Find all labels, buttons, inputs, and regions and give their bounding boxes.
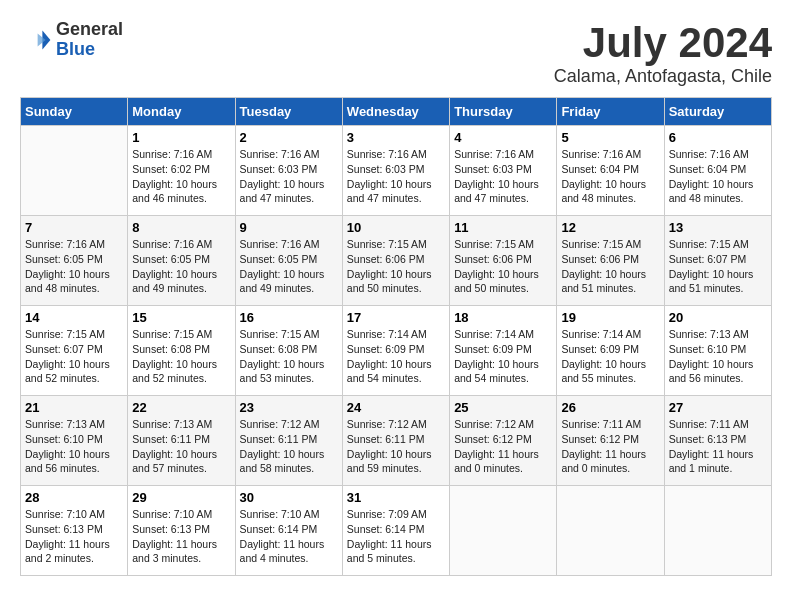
day-info: Sunrise: 7:10 AM Sunset: 6:14 PM Dayligh… [240,507,338,566]
day-number: 29 [132,490,230,505]
header-cell-tuesday: Tuesday [235,98,342,126]
day-cell: 26Sunrise: 7:11 AM Sunset: 6:12 PM Dayli… [557,396,664,486]
day-cell: 13Sunrise: 7:15 AM Sunset: 6:07 PM Dayli… [664,216,771,306]
title-block: July 2024 Calama, Antofagasta, Chile [554,20,772,87]
day-cell: 30Sunrise: 7:10 AM Sunset: 6:14 PM Dayli… [235,486,342,576]
location-title: Calama, Antofagasta, Chile [554,66,772,87]
day-number: 4 [454,130,552,145]
day-number: 13 [669,220,767,235]
day-cell [664,486,771,576]
day-cell: 23Sunrise: 7:12 AM Sunset: 6:11 PM Dayli… [235,396,342,486]
day-info: Sunrise: 7:15 AM Sunset: 6:08 PM Dayligh… [240,327,338,386]
day-cell: 16Sunrise: 7:15 AM Sunset: 6:08 PM Dayli… [235,306,342,396]
header-cell-thursday: Thursday [450,98,557,126]
day-cell: 4Sunrise: 7:16 AM Sunset: 6:03 PM Daylig… [450,126,557,216]
day-number: 10 [347,220,445,235]
day-info: Sunrise: 7:16 AM Sunset: 6:03 PM Dayligh… [240,147,338,206]
day-info: Sunrise: 7:13 AM Sunset: 6:11 PM Dayligh… [132,417,230,476]
day-info: Sunrise: 7:16 AM Sunset: 6:05 PM Dayligh… [132,237,230,296]
day-number: 19 [561,310,659,325]
day-info: Sunrise: 7:15 AM Sunset: 6:06 PM Dayligh… [454,237,552,296]
day-info: Sunrise: 7:16 AM Sunset: 6:03 PM Dayligh… [347,147,445,206]
day-info: Sunrise: 7:10 AM Sunset: 6:13 PM Dayligh… [132,507,230,566]
day-cell: 18Sunrise: 7:14 AM Sunset: 6:09 PM Dayli… [450,306,557,396]
day-info: Sunrise: 7:13 AM Sunset: 6:10 PM Dayligh… [669,327,767,386]
day-cell: 24Sunrise: 7:12 AM Sunset: 6:11 PM Dayli… [342,396,449,486]
day-number: 9 [240,220,338,235]
day-info: Sunrise: 7:16 AM Sunset: 6:02 PM Dayligh… [132,147,230,206]
day-number: 8 [132,220,230,235]
day-cell: 3Sunrise: 7:16 AM Sunset: 6:03 PM Daylig… [342,126,449,216]
day-cell: 8Sunrise: 7:16 AM Sunset: 6:05 PM Daylig… [128,216,235,306]
day-number: 2 [240,130,338,145]
day-number: 28 [25,490,123,505]
day-cell: 25Sunrise: 7:12 AM Sunset: 6:12 PM Dayli… [450,396,557,486]
day-cell: 10Sunrise: 7:15 AM Sunset: 6:06 PM Dayli… [342,216,449,306]
day-cell: 5Sunrise: 7:16 AM Sunset: 6:04 PM Daylig… [557,126,664,216]
day-number: 6 [669,130,767,145]
logo: General Blue [20,20,123,60]
header-cell-wednesday: Wednesday [342,98,449,126]
day-cell: 19Sunrise: 7:14 AM Sunset: 6:09 PM Dayli… [557,306,664,396]
day-number: 23 [240,400,338,415]
logo-text: General Blue [56,20,123,60]
day-number: 25 [454,400,552,415]
day-cell: 12Sunrise: 7:15 AM Sunset: 6:06 PM Dayli… [557,216,664,306]
logo-blue: Blue [56,40,123,60]
day-number: 7 [25,220,123,235]
day-cell: 21Sunrise: 7:13 AM Sunset: 6:10 PM Dayli… [21,396,128,486]
day-number: 11 [454,220,552,235]
day-cell: 2Sunrise: 7:16 AM Sunset: 6:03 PM Daylig… [235,126,342,216]
day-info: Sunrise: 7:15 AM Sunset: 6:06 PM Dayligh… [561,237,659,296]
week-row-1: 1Sunrise: 7:16 AM Sunset: 6:02 PM Daylig… [21,126,772,216]
day-cell [21,126,128,216]
page-header: General Blue July 2024 Calama, Antofagas… [20,20,772,87]
day-number: 20 [669,310,767,325]
day-info: Sunrise: 7:09 AM Sunset: 6:14 PM Dayligh… [347,507,445,566]
day-number: 14 [25,310,123,325]
day-cell: 17Sunrise: 7:14 AM Sunset: 6:09 PM Dayli… [342,306,449,396]
day-info: Sunrise: 7:15 AM Sunset: 6:08 PM Dayligh… [132,327,230,386]
day-number: 15 [132,310,230,325]
day-info: Sunrise: 7:11 AM Sunset: 6:12 PM Dayligh… [561,417,659,476]
day-cell: 22Sunrise: 7:13 AM Sunset: 6:11 PM Dayli… [128,396,235,486]
calendar-table: SundayMondayTuesdayWednesdayThursdayFrid… [20,97,772,576]
header-cell-saturday: Saturday [664,98,771,126]
day-info: Sunrise: 7:15 AM Sunset: 6:07 PM Dayligh… [25,327,123,386]
header-cell-monday: Monday [128,98,235,126]
day-cell: 29Sunrise: 7:10 AM Sunset: 6:13 PM Dayli… [128,486,235,576]
day-cell: 28Sunrise: 7:10 AM Sunset: 6:13 PM Dayli… [21,486,128,576]
day-cell: 15Sunrise: 7:15 AM Sunset: 6:08 PM Dayli… [128,306,235,396]
day-info: Sunrise: 7:12 AM Sunset: 6:12 PM Dayligh… [454,417,552,476]
header-cell-sunday: Sunday [21,98,128,126]
day-info: Sunrise: 7:14 AM Sunset: 6:09 PM Dayligh… [454,327,552,386]
day-number: 30 [240,490,338,505]
day-info: Sunrise: 7:16 AM Sunset: 6:05 PM Dayligh… [240,237,338,296]
day-info: Sunrise: 7:11 AM Sunset: 6:13 PM Dayligh… [669,417,767,476]
day-info: Sunrise: 7:15 AM Sunset: 6:06 PM Dayligh… [347,237,445,296]
day-number: 31 [347,490,445,505]
day-info: Sunrise: 7:15 AM Sunset: 6:07 PM Dayligh… [669,237,767,296]
day-info: Sunrise: 7:16 AM Sunset: 6:05 PM Dayligh… [25,237,123,296]
day-info: Sunrise: 7:16 AM Sunset: 6:03 PM Dayligh… [454,147,552,206]
week-row-2: 7Sunrise: 7:16 AM Sunset: 6:05 PM Daylig… [21,216,772,306]
day-number: 16 [240,310,338,325]
day-info: Sunrise: 7:10 AM Sunset: 6:13 PM Dayligh… [25,507,123,566]
day-number: 24 [347,400,445,415]
day-cell: 9Sunrise: 7:16 AM Sunset: 6:05 PM Daylig… [235,216,342,306]
day-info: Sunrise: 7:14 AM Sunset: 6:09 PM Dayligh… [347,327,445,386]
day-number: 17 [347,310,445,325]
logo-icon [20,24,52,56]
day-cell: 20Sunrise: 7:13 AM Sunset: 6:10 PM Dayli… [664,306,771,396]
day-cell: 14Sunrise: 7:15 AM Sunset: 6:07 PM Dayli… [21,306,128,396]
day-cell: 1Sunrise: 7:16 AM Sunset: 6:02 PM Daylig… [128,126,235,216]
day-info: Sunrise: 7:16 AM Sunset: 6:04 PM Dayligh… [561,147,659,206]
week-row-4: 21Sunrise: 7:13 AM Sunset: 6:10 PM Dayli… [21,396,772,486]
header-row: SundayMondayTuesdayWednesdayThursdayFrid… [21,98,772,126]
day-number: 21 [25,400,123,415]
day-cell: 31Sunrise: 7:09 AM Sunset: 6:14 PM Dayli… [342,486,449,576]
header-cell-friday: Friday [557,98,664,126]
day-number: 5 [561,130,659,145]
day-number: 3 [347,130,445,145]
day-number: 1 [132,130,230,145]
